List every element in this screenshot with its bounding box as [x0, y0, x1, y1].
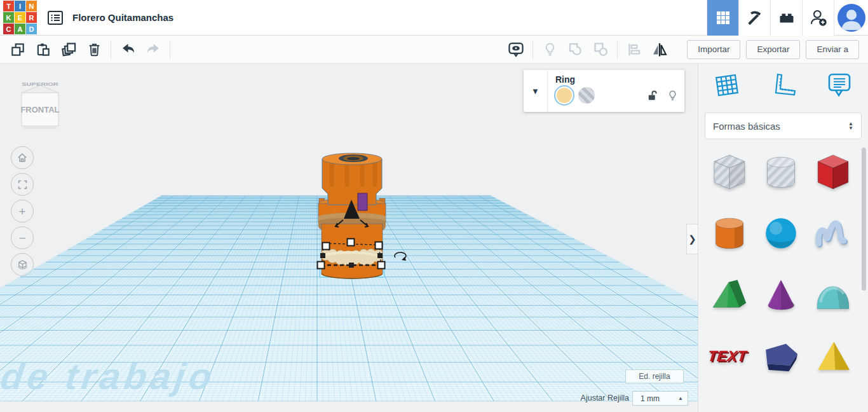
align-icon — [626, 41, 642, 58]
scale-handle-top-right — [376, 242, 383, 249]
florero-object[interactable] — [318, 153, 386, 278]
shape-tile-transparent-cylinder[interactable] — [756, 149, 806, 195]
logo-letter: R — [26, 12, 37, 23]
shape-tile-cylinder[interactable] — [704, 210, 755, 256]
paste-button[interactable] — [31, 38, 56, 61]
align-button[interactable] — [621, 38, 647, 61]
shape-tile-roof[interactable] — [704, 271, 755, 317]
shape-inspector: ▼ Ring — [524, 70, 684, 112]
shape-tile-sphere[interactable] — [756, 210, 806, 256]
shape-tile-polygon[interactable] — [756, 333, 806, 378]
view-nav: + − — [11, 146, 34, 276]
top-bar: T I N K E R C A D Florero Quitamanchas — [0, 0, 868, 36]
send-to-button[interactable]: Enviar a — [806, 40, 859, 59]
snap-grid-select[interactable]: 1 mm ▲ — [632, 391, 688, 406]
shape-category-select[interactable]: Formas básicas ▲▼ — [705, 113, 862, 139]
lock-button[interactable] — [646, 90, 658, 102]
logo-letter: N — [26, 1, 37, 11]
scene-svg[interactable]: no de trabajo — [0, 64, 698, 412]
shape-tile-box[interactable] — [808, 149, 858, 195]
hide-button[interactable] — [667, 90, 678, 102]
tinkercad-logo[interactable]: T I N K E R C A D — [3, 1, 37, 34]
edge-handle-left — [320, 253, 325, 258]
import-button[interactable]: Importar — [687, 40, 740, 59]
viewport-3d[interactable]: no de trabajo — [0, 64, 698, 412]
account-area — [834, 0, 868, 36]
properties-menu-icon[interactable] — [46, 8, 65, 27]
select-spinner-icon: ▲▼ — [848, 121, 853, 130]
undo-button[interactable] — [115, 38, 140, 61]
toolbar-divider — [532, 40, 533, 59]
shape-tile-scribble[interactable] — [808, 210, 858, 256]
color-swatch[interactable] — [555, 86, 573, 104]
zoom-out-button[interactable]: − — [11, 226, 34, 249]
redo-icon — [145, 41, 162, 58]
eye-bubble-icon — [507, 41, 525, 58]
panel-collapse-tab[interactable]: ❯ — [686, 224, 698, 254]
logo-letter: C — [3, 24, 14, 34]
duplicate-button[interactable] — [56, 38, 81, 61]
ungroup-button[interactable] — [588, 38, 613, 61]
mirror-icon — [651, 41, 668, 58]
edge-handle-bottom — [349, 263, 354, 268]
panel-scrollbar[interactable] — [862, 148, 866, 291]
purple-hole-shape[interactable] — [358, 193, 367, 210]
fit-view-button[interactable] — [11, 173, 34, 196]
delete-button[interactable] — [81, 38, 107, 61]
hole-material-swatch[interactable] — [578, 87, 595, 104]
workplane-tool-button[interactable] — [712, 71, 742, 101]
export-button[interactable]: Exportar — [746, 40, 800, 59]
pickaxe-icon — [746, 9, 764, 27]
logo-letter: T — [3, 1, 14, 11]
home-view-button[interactable] — [11, 146, 34, 169]
view-cube-front-label: FRONTAL — [20, 105, 59, 114]
edit-grid-button[interactable]: Ed. rejilla — [625, 369, 684, 383]
material-button[interactable] — [537, 38, 562, 61]
svg-text:TEXT: TEXT — [707, 347, 749, 364]
person-plus-icon — [809, 8, 828, 27]
scale-handle-bottom-right — [378, 262, 385, 269]
plus-icon: + — [18, 205, 25, 217]
trash-icon — [86, 41, 102, 57]
caret-down-icon: ▼ — [531, 86, 539, 96]
zoom-in-button[interactable]: + — [11, 200, 34, 223]
toolbar-divider — [170, 40, 170, 59]
invite-collaborators-button[interactable] — [802, 0, 834, 36]
logo-letter: I — [15, 1, 25, 11]
mirror-button[interactable] — [647, 38, 672, 61]
group-icon — [567, 41, 584, 58]
show-all-button[interactable] — [503, 38, 529, 61]
notes-tool-button[interactable] — [825, 71, 854, 101]
view-3d-button[interactable] — [707, 0, 738, 36]
shape-name: Ring — [555, 74, 678, 85]
snap-grid-label: Ajustar Rejilla — [540, 394, 629, 402]
toolbar-divider — [617, 40, 618, 59]
shape-grid: TEXT TEXT — [703, 149, 859, 378]
caret-up-icon: ▲ — [678, 395, 688, 401]
shape-tile-pyramid[interactable] — [808, 333, 858, 378]
shape-tile-text[interactable]: TEXT TEXT — [704, 333, 755, 378]
minecraft-export-button[interactable] — [738, 0, 770, 36]
copy-icon — [10, 41, 26, 58]
perspective-toggle-button[interactable] — [11, 253, 34, 276]
brick-export-button[interactable] — [770, 0, 802, 36]
copy-button[interactable] — [5, 38, 31, 61]
minus-icon: − — [18, 232, 25, 244]
scale-handle-top-left — [323, 243, 330, 250]
snap-grid-value: 1 mm — [633, 394, 678, 403]
shape-tile-cone[interactable] — [756, 271, 806, 317]
shape-tile-round-roof[interactable] — [808, 271, 858, 317]
edit-toolbar: Importar Exportar Enviar a — [0, 36, 868, 64]
shape-tile-transparent-box[interactable] — [704, 149, 755, 195]
grid-view-icon — [714, 9, 732, 27]
view-cube[interactable]: SUPERIOR FRONTAL — [15, 79, 65, 137]
inspector-collapse-button[interactable]: ▼ — [524, 70, 548, 112]
toolbar-divider — [111, 40, 111, 59]
lego-brick-icon — [778, 9, 796, 27]
ruler-tool-button[interactable] — [770, 71, 797, 101]
avatar[interactable] — [837, 4, 865, 32]
group-button[interactable] — [562, 38, 588, 61]
page-title: Florero Quitamanchas — [72, 12, 173, 23]
redo-button[interactable] — [140, 38, 166, 61]
workspace-tools — [698, 64, 868, 104]
